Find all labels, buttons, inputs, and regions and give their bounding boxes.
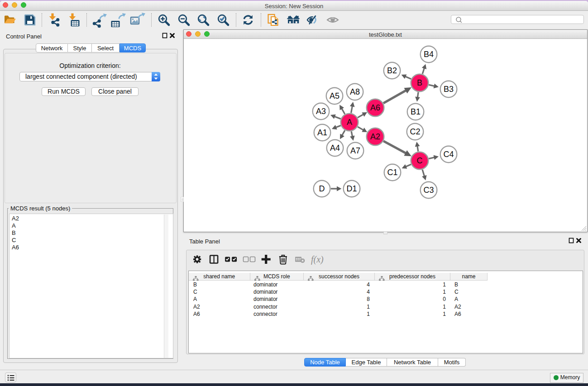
svg-text:A8: A8 — [350, 87, 360, 96]
svg-text:B1: B1 — [411, 107, 421, 116]
svg-text:A4: A4 — [330, 143, 340, 152]
svg-text:A1: A1 — [317, 128, 327, 137]
svg-text:D1: D1 — [346, 184, 357, 193]
svg-text:A5: A5 — [330, 91, 339, 100]
svg-text:C1: C1 — [387, 168, 397, 177]
svg-text:C: C — [417, 156, 423, 165]
svg-text:f(x): f(x) — [311, 254, 324, 265]
svg-text:B2: B2 — [387, 66, 397, 75]
svg-text:C4: C4 — [443, 150, 454, 159]
svg-text:B3: B3 — [444, 85, 454, 94]
svg-text:B: B — [417, 78, 422, 87]
svg-text:A: A — [347, 118, 352, 127]
svg-text:A3: A3 — [316, 107, 326, 116]
svg-text:C2: C2 — [410, 127, 420, 136]
svg-text:B4: B4 — [424, 50, 434, 59]
svg-text:A2: A2 — [370, 132, 380, 141]
svg-text:A6: A6 — [370, 103, 380, 112]
svg-text:A7: A7 — [350, 146, 360, 155]
svg-text:C3: C3 — [423, 186, 434, 195]
svg-text:D: D — [319, 184, 325, 193]
